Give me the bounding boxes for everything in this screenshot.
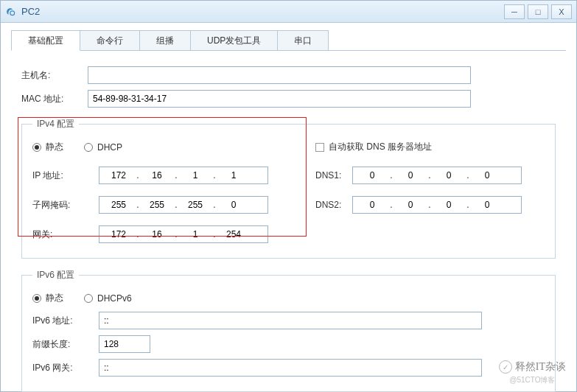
tab-cmdline[interactable]: 命令行 <box>80 30 140 51</box>
ip-input[interactable]: . . . <box>99 167 268 184</box>
ipv6-dhcpv6-radio[interactable]: DHCPv6 <box>84 293 132 304</box>
tab-udp[interactable]: UDP发包工具 <box>190 30 278 51</box>
watermark: ✓ 释然IT杂谈 @51CTO博客 <box>499 360 566 385</box>
titlebar: PC2 ─ □ X <box>1 1 576 23</box>
ipv6-static-radio[interactable]: 静态 <box>32 292 63 304</box>
close-button[interactable]: X <box>551 4 572 19</box>
ip-label: IP 地址: <box>32 169 99 182</box>
ipv4-legend: IPv4 配置 <box>32 118 79 130</box>
ipv6-gw-label: IPv6 网关: <box>32 362 99 374</box>
app-logo-icon <box>5 6 17 18</box>
watermark-sub: @51CTO博客 <box>509 375 555 385</box>
dns1-label: DNS1: <box>315 170 352 181</box>
hostname-input[interactable] <box>88 66 471 84</box>
dns1-input[interactable]: . . . <box>352 167 522 184</box>
auto-dns-checkbox[interactable]: 自动获取 DNS 服务器地址 <box>315 141 432 153</box>
app-window: PC2 ─ □ X 基础配置 命令行 组播 UDP发包工具 串口 主机名: MA… <box>0 0 577 392</box>
dns2-label: DNS2: <box>315 200 352 210</box>
tab-multicast[interactable]: 组播 <box>139 30 191 51</box>
minimize-button[interactable]: ─ <box>504 4 525 19</box>
tab-bar: 基础配置 命令行 组播 UDP发包工具 串口 <box>1 23 576 51</box>
ipv6-addr-label: IPv6 地址: <box>32 315 99 327</box>
content-panel: 主机名: MAC 地址: IPv4 配置 静态 DHCP IP 地址: . <box>1 52 576 392</box>
dns2-input[interactable]: . . . <box>352 196 522 214</box>
ipv4-fieldset: IPv4 配置 静态 DHCP IP 地址: . . . <box>21 118 556 259</box>
hostname-label: 主机名: <box>21 69 88 82</box>
ipv4-static-radio[interactable]: 静态 <box>32 141 63 153</box>
wechat-icon: ✓ <box>499 360 512 374</box>
mask-label: 子网掩码: <box>32 199 99 211</box>
svg-point-0 <box>10 10 15 15</box>
ipv4-dhcp-radio[interactable]: DHCP <box>84 142 122 153</box>
ipv6-gw-input[interactable] <box>99 359 482 377</box>
mac-input[interactable] <box>88 90 471 108</box>
mac-label: MAC 地址: <box>21 93 88 105</box>
ipv6-fieldset: IPv6 配置 静态 DHCPv6 IPv6 地址: 前缀长度: IPv6 网关… <box>21 269 556 392</box>
ipv6-addr-input[interactable] <box>99 312 482 329</box>
gw-input[interactable]: . . . <box>99 225 268 243</box>
prefix-input[interactable] <box>99 335 150 353</box>
tab-basic[interactable]: 基础配置 <box>11 30 80 51</box>
window-controls: ─ □ X <box>504 4 572 19</box>
window-title: PC2 <box>21 6 504 17</box>
mask-input[interactable]: . . . <box>99 196 268 214</box>
prefix-label: 前缀长度: <box>32 338 99 351</box>
tab-serial[interactable]: 串口 <box>277 30 329 51</box>
watermark-brand: 释然IT杂谈 <box>515 360 566 374</box>
maximize-button[interactable]: □ <box>528 4 548 19</box>
ipv6-legend: IPv6 配置 <box>32 269 79 281</box>
gw-label: 网关: <box>32 228 99 241</box>
